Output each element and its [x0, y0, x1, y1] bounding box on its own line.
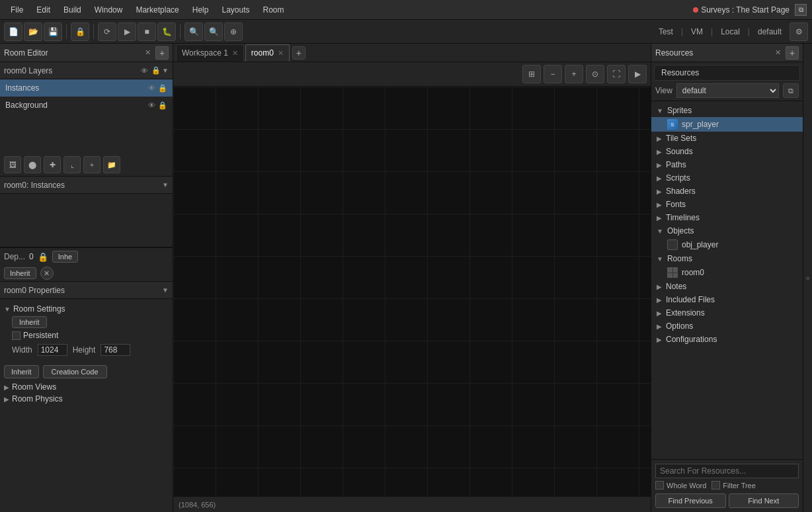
tab-workspace1-close[interactable]: ✕ [232, 49, 238, 58]
shaders-label: Shaders [666, 187, 696, 196]
res-item-obj-player[interactable]: obj_player [651, 237, 803, 252]
res-group-configurations[interactable]: ▶ Configurations [651, 333, 803, 346]
layer-instances[interactable]: Instances 👁 🔒 [0, 79, 173, 97]
creation-code-button[interactable]: Creation Code [43, 365, 107, 378]
room-play-button[interactable]: ▶ [628, 65, 647, 83]
menu-window[interactable]: Window [89, 3, 128, 17]
layer-background[interactable]: Background 👁 🔒 [0, 97, 173, 114]
layer-tool-circle[interactable]: ⬤ [24, 156, 41, 173]
find-previous-button[interactable]: Find Previous [655, 493, 726, 508]
resources-tab[interactable]: Resources [654, 65, 800, 81]
room-editor-close[interactable]: ✕ [142, 48, 153, 58]
default-btn[interactable]: default [752, 25, 787, 38]
menu-file[interactable]: File [5, 3, 28, 17]
room-editor-add[interactable]: + [155, 46, 169, 60]
tab-add-button[interactable]: + [292, 46, 305, 60]
layers-header: room0 Layers 👁 🔒 ▼ [0, 62, 173, 79]
tab-workspace1[interactable]: Workspace 1 ✕ [176, 44, 244, 62]
included-files-label: Included Files [666, 295, 715, 304]
res-group-objects[interactable]: ▼ Objects [651, 224, 803, 237]
width-input[interactable] [38, 344, 67, 356]
res-group-extensions[interactable]: ▶ Extensions [651, 306, 803, 320]
room-settings: ▼ Room Settings Inherit Persistent Width… [0, 299, 173, 363]
lock-button[interactable]: 🔒 [71, 22, 89, 41]
layer-tool-sprite[interactable]: 🖼 [4, 156, 21, 173]
instances-collapse-arrow[interactable]: ▼ [162, 181, 169, 189]
instance-list [0, 194, 173, 247]
res-group-scripts[interactable]: ▶ Scripts [651, 171, 803, 185]
resources-close[interactable]: ✕ [772, 48, 783, 58]
room-views-item[interactable]: ▶ Room Views [0, 381, 173, 393]
room-physics-item[interactable]: ▶ Room Physics [0, 393, 173, 405]
fonts-expand-arrow: ▶ [657, 201, 662, 208]
room-views-label: Room Views [12, 382, 56, 392]
tab-room0[interactable]: room0 ✕ [245, 44, 290, 62]
test-btn[interactable]: Test [653, 25, 678, 38]
local-btn[interactable]: Local [715, 25, 745, 38]
stop-button[interactable]: ■ [138, 22, 156, 41]
survey-indicator: Surveys : The Start Page [693, 5, 790, 15]
persistent-checkbox[interactable] [12, 331, 20, 340]
save-button[interactable]: 💾 [44, 22, 62, 41]
layer-tool-corner[interactable]: ⌞ [63, 156, 81, 173]
room-grid-button[interactable]: ⊞ [522, 65, 541, 83]
res-group-rooms[interactable]: ▼ Rooms [651, 252, 803, 265]
dep-inherit-button[interactable]: Inhe [52, 251, 78, 263]
run-button[interactable]: ▶ [118, 22, 136, 41]
room-zoom-in-button[interactable]: + [565, 65, 583, 83]
room-fullscreen-button[interactable]: ⛶ [607, 65, 626, 83]
room-zoom-out-button[interactable]: − [544, 65, 562, 83]
debug-button[interactable]: 🐛 [157, 22, 176, 41]
refresh-button[interactable]: ⟳ [98, 22, 116, 41]
res-group-tilesets[interactable]: ▶ Tile Sets [651, 132, 803, 145]
layer-tool-cross[interactable]: ✚ [44, 156, 61, 173]
vm-btn[interactable]: VM [686, 25, 708, 38]
tab-room0-close[interactable]: ✕ [278, 49, 284, 58]
menu-help[interactable]: Help [187, 3, 214, 17]
layer-tool-add[interactable]: + [83, 156, 101, 173]
res-group-sprites[interactable]: ▼ Sprites [651, 104, 803, 117]
find-next-button[interactable]: Find Next [729, 493, 799, 508]
room-zoom-fit-button[interactable]: ⊙ [586, 65, 604, 83]
filter-tree-checkbox[interactable] [711, 481, 720, 490]
layer-tool-folder[interactable]: 📁 [103, 156, 120, 173]
menu-layouts[interactable]: Layouts [216, 3, 255, 17]
zoom-in-button[interactable]: 🔍 [184, 22, 203, 41]
res-group-options[interactable]: ▶ Options [651, 320, 803, 333]
settings-button[interactable]: ⚙ [790, 22, 808, 41]
res-item-room0[interactable]: room0 [651, 265, 803, 280]
search-resources-input[interactable] [655, 464, 799, 478]
menu-build[interactable]: Build [58, 3, 87, 17]
new-button[interactable]: 📄 [4, 22, 22, 41]
restore-button[interactable]: ⧉ [795, 4, 807, 16]
res-group-notes[interactable]: ▶ Notes [651, 280, 803, 293]
menu-room[interactable]: Room [258, 3, 290, 17]
inherit-settings-button[interactable]: Inherit [12, 316, 47, 328]
height-input[interactable] [101, 344, 130, 356]
layers-lock-icon[interactable]: 🔒 [150, 65, 162, 77]
properties-collapse-arrow[interactable]: ▼ [162, 286, 169, 294]
view-copy-button[interactable]: ⧉ [783, 83, 799, 98]
open-button[interactable]: 📂 [24, 22, 42, 41]
res-group-timelines[interactable]: ▶ Timelines [651, 211, 803, 224]
inherit-x-button[interactable]: ✕ [40, 267, 54, 280]
menu-edit[interactable]: Edit [31, 3, 56, 17]
res-group-sounds[interactable]: ▶ Sounds [651, 145, 803, 158]
menu-marketplace[interactable]: Marketplace [130, 3, 184, 17]
whole-word-checkbox[interactable] [655, 481, 664, 490]
layers-eye-icon[interactable]: 👁 [138, 65, 150, 77]
right-collapse-button[interactable]: » [803, 44, 812, 512]
layers-collapse-arrow[interactable]: ▼ [162, 67, 169, 74]
room-settings-tree-item[interactable]: ▼ Room Settings [4, 303, 169, 315]
res-group-shaders[interactable]: ▶ Shaders [651, 185, 803, 198]
zoom-reset-button[interactable]: ⊕ [224, 22, 243, 41]
resources-add[interactable]: + [786, 46, 799, 60]
zoom-out-button[interactable]: 🔍 [204, 22, 223, 41]
res-group-included-files[interactable]: ▶ Included Files [651, 293, 803, 306]
res-item-spr-player[interactable]: S spr_player [651, 117, 803, 132]
res-group-paths[interactable]: ▶ Paths [651, 158, 803, 171]
inherit-button[interactable]: Inherit [4, 267, 36, 279]
res-group-fonts[interactable]: ▶ Fonts [651, 198, 803, 211]
view-select[interactable]: default [676, 83, 779, 98]
inherit-creation-button[interactable]: Inherit [4, 365, 39, 378]
